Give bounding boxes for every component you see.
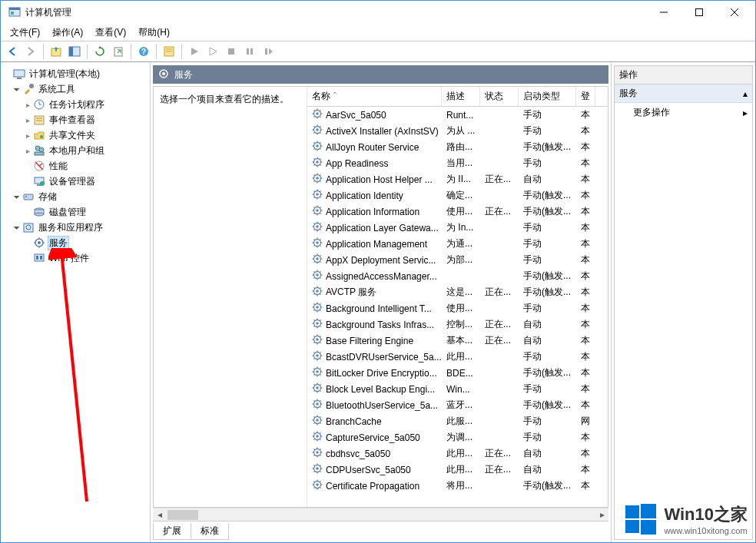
scroll-left-icon[interactable]: ◂ bbox=[153, 508, 166, 521]
tree-item[interactable]: 服务 bbox=[48, 236, 69, 250]
service-row[interactable]: cbdhsvc_5a050此用...正在...自动本 bbox=[307, 445, 608, 462]
svg-line-86 bbox=[313, 148, 314, 149]
service-row[interactable]: Background Intelligent T...使用...手动本 bbox=[307, 300, 608, 316]
service-logon: 本 bbox=[576, 108, 595, 121]
svg-point-38 bbox=[40, 181, 45, 186]
tree-item-icon bbox=[33, 129, 45, 141]
export-button[interactable] bbox=[110, 43, 127, 60]
action-more[interactable]: 更多操作 ▸ bbox=[615, 103, 752, 122]
tab-extended[interactable]: 扩展 bbox=[153, 523, 191, 540]
service-row[interactable]: AppX Deployment Servic...为部...手动本 bbox=[307, 252, 608, 268]
service-row[interactable]: Background Tasks Infras...控制...正在...自动本 bbox=[307, 316, 608, 333]
tree-item[interactable]: 设备管理器 bbox=[48, 174, 97, 189]
tree-item[interactable]: 性能 bbox=[48, 159, 69, 174]
tree-root[interactable]: 计算机管理(本地) bbox=[28, 67, 101, 81]
column-logon[interactable]: 登 bbox=[576, 87, 595, 106]
horizontal-scrollbar[interactable]: ◂ ▸ bbox=[153, 508, 608, 521]
menu-view[interactable]: 查看(V) bbox=[89, 25, 132, 41]
column-desc[interactable]: 描述 bbox=[442, 87, 480, 106]
service-desc: Win... bbox=[442, 384, 480, 395]
minimize-button[interactable] bbox=[646, 1, 681, 24]
service-row[interactable]: App Readiness当用...手动本 bbox=[307, 155, 608, 171]
gear-icon bbox=[312, 157, 323, 170]
service-row[interactable]: Block Level Backup Engi...Win...手动本 bbox=[307, 381, 608, 397]
column-status[interactable]: 状态 bbox=[480, 87, 519, 106]
tree-services-apps[interactable]: 服务和应用程序 bbox=[37, 220, 104, 235]
service-startup: 自动 bbox=[519, 318, 576, 331]
tab-standard[interactable]: 标准 bbox=[191, 523, 229, 540]
maximize-button[interactable] bbox=[681, 1, 717, 24]
restart-button[interactable] bbox=[260, 43, 277, 60]
service-row[interactable]: Certificate Propagation将用...手动(触发...本 bbox=[307, 478, 608, 494]
service-row[interactable]: BranchCache此服...手动网 bbox=[307, 413, 608, 429]
gear-icon bbox=[312, 253, 323, 267]
twisty-icon[interactable]: ▸ bbox=[22, 147, 33, 155]
tree-item[interactable]: 事件查看器 bbox=[48, 113, 97, 127]
service-row[interactable]: Application Identity确定...手动(触发...本 bbox=[307, 187, 608, 204]
gear-icon bbox=[312, 479, 323, 492]
up-button[interactable] bbox=[48, 43, 65, 60]
stop-button[interactable] bbox=[223, 43, 240, 60]
menu-file[interactable]: 文件(F) bbox=[4, 25, 46, 41]
service-logon: 本 bbox=[576, 334, 595, 347]
service-row[interactable]: AVCTP 服务这是...正在...手动(触发...本 bbox=[307, 284, 608, 300]
pause-button[interactable] bbox=[241, 43, 258, 60]
actions-group-services[interactable]: 服务 ▴ bbox=[615, 84, 752, 103]
tree-item[interactable]: 磁盘管理 bbox=[48, 205, 88, 220]
windows-logo-icon bbox=[624, 502, 658, 536]
menu-action[interactable]: 操作(A) bbox=[46, 25, 89, 41]
service-row[interactable]: Application Host Helper ...为 II...正在...自… bbox=[307, 171, 608, 187]
service-row[interactable]: BitLocker Drive Encryptio...BDE...手动(触发.… bbox=[307, 365, 608, 381]
tree-storage[interactable]: 存储 bbox=[37, 190, 58, 204]
forward-button[interactable] bbox=[22, 43, 39, 60]
close-button[interactable] bbox=[717, 1, 752, 24]
back-button[interactable] bbox=[4, 43, 21, 60]
service-row[interactable]: Application Information使用...正在...手动(触发..… bbox=[307, 204, 608, 220]
svg-line-266 bbox=[313, 439, 314, 439]
service-row[interactable]: BluetoothUserService_5a...蓝牙...手动(触发...本 bbox=[307, 397, 608, 413]
svg-line-134 bbox=[320, 229, 320, 230]
services-title: 服务 bbox=[174, 68, 193, 81]
start-service-button[interactable] bbox=[186, 43, 203, 60]
service-name: BitLocker Drive Encryptio... bbox=[326, 368, 437, 379]
svg-point-228 bbox=[316, 386, 319, 389]
column-name[interactable]: 名称ˆ bbox=[307, 87, 442, 106]
tree-item[interactable]: 共享文件夹 bbox=[48, 128, 97, 143]
svg-line-244 bbox=[320, 406, 320, 407]
service-row[interactable]: BcastDVRUserService_5a...此用...手动本 bbox=[307, 349, 608, 365]
service-row[interactable]: Application Layer Gatewa...为 In...手动本 bbox=[307, 220, 608, 236]
scroll-thumb[interactable] bbox=[167, 510, 198, 520]
service-row[interactable]: CDPUserSvc_5a050此用...正在...自动本 bbox=[307, 462, 608, 478]
service-name: BluetoothUserService_5a... bbox=[326, 400, 438, 411]
service-row[interactable]: Application Management为通...手动本 bbox=[307, 236, 608, 252]
tree-item[interactable]: WMI 控件 bbox=[48, 251, 91, 266]
svg-line-143 bbox=[313, 239, 314, 240]
service-row[interactable]: AssignedAccessManager...手动(触发...本 bbox=[307, 268, 608, 284]
refresh-button[interactable] bbox=[91, 43, 108, 60]
twisty-icon[interactable]: ▸ bbox=[22, 116, 33, 124]
tree-item[interactable]: 本地用户和组 bbox=[48, 144, 106, 158]
tree-system-tools[interactable]: 系统工具 bbox=[37, 82, 77, 97]
service-row[interactable]: CaptureService_5a050为调...手动本 bbox=[307, 429, 608, 445]
svg-line-145 bbox=[320, 239, 320, 240]
services-list[interactable]: 名称ˆ 描述 状态 启动类型 登 AarSvc_5a050Runt...手动本A… bbox=[307, 87, 608, 507]
help-button[interactable]: ? bbox=[135, 43, 152, 60]
play-button[interactable] bbox=[204, 43, 221, 60]
column-startup[interactable]: 启动类型 bbox=[519, 87, 576, 106]
twisty-icon[interactable]: ⏷ bbox=[12, 223, 22, 232]
tree-item[interactable]: 任务计划程序 bbox=[48, 98, 106, 112]
twisty-icon[interactable]: ⏷ bbox=[12, 193, 22, 201]
twisty-icon[interactable]: ⏷ bbox=[12, 85, 22, 94]
service-row[interactable]: ActiveX Installer (AxInstSV)为从 ...手动本 bbox=[307, 123, 608, 139]
service-name: AVCTP 服务 bbox=[326, 286, 376, 299]
twisty-icon[interactable]: ▸ bbox=[22, 101, 33, 109]
service-row[interactable]: Base Filtering Engine基本...正在...自动本 bbox=[307, 333, 608, 349]
twisty-icon[interactable]: ▸ bbox=[22, 131, 33, 140]
show-hide-tree-button[interactable] bbox=[66, 43, 83, 60]
service-row[interactable]: AarSvc_5a050Runt...手动本 bbox=[307, 107, 608, 123]
service-logon: 本 bbox=[576, 302, 595, 315]
menu-help[interactable]: 帮助(H) bbox=[132, 25, 176, 41]
scroll-right-icon[interactable]: ▸ bbox=[595, 508, 608, 521]
properties-button[interactable] bbox=[161, 43, 177, 60]
service-row[interactable]: AllJoyn Router Service路由...手动(触发...本 bbox=[307, 139, 608, 155]
